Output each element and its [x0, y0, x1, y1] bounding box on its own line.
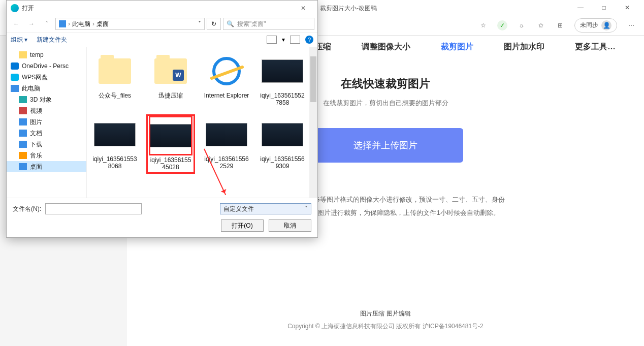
file-item[interactable]: iqiyi_1635615538068: [92, 116, 138, 172]
file-label: iqiyi_1635615545028: [149, 156, 192, 171]
file-label: iqiyi_1635615538068: [92, 155, 138, 170]
view-icon[interactable]: [267, 36, 277, 44]
folder-icon: [19, 107, 27, 114]
dialog-nav-row: ← → ˄ › 此电脑 › 桌面 ˅ ↻ 🔍 搜索"桌面": [7, 16, 317, 32]
upload-button[interactable]: 选择并上传图片: [308, 128, 463, 163]
dialog-close-button[interactable]: ✕: [293, 1, 313, 15]
refresh-button[interactable]: ↻: [207, 18, 221, 30]
file-item[interactable]: 公众号_files: [92, 52, 138, 107]
tree-label: 图片: [30, 118, 42, 127]
file-item[interactable]: 迅捷压缩: [148, 52, 194, 107]
scrollbar[interactable]: [309, 47, 317, 198]
tree-item[interactable]: 图片: [7, 116, 86, 128]
file-thumbnail: [94, 116, 136, 153]
file-thumbnail: [262, 116, 303, 153]
file-item[interactable]: iqiyi_1635615545028: [148, 116, 194, 172]
file-label: 公众号_files: [92, 92, 138, 99]
tree-label: 文档: [30, 129, 42, 138]
file-open-dialog: 打开 ✕ ← → ˄ › 此电脑 › 桌面 ˅ ↻ 🔍 搜索"桌面" 组织 ▾ …: [6, 0, 318, 238]
sun-icon[interactable]: ☼: [517, 20, 527, 30]
open-button[interactable]: 打开(O): [221, 219, 264, 232]
up-button[interactable]: ˄: [40, 17, 53, 30]
file-thumbnail: [262, 52, 303, 90]
forward-button[interactable]: →: [25, 17, 38, 30]
collections-icon[interactable]: ⊞: [555, 20, 565, 30]
page-footer: 图片压缩 图片编辑 Copyright © 上海砺捷信息科技有限公司 版权所有 …: [127, 309, 644, 331]
file-label: Internet Explorer: [204, 92, 249, 99]
nav-item-3[interactable]: 图片加水印: [504, 42, 544, 52]
nav-item-1[interactable]: 调整图像大小: [362, 42, 410, 52]
favorites-bar-icon[interactable]: ✩: [536, 20, 546, 30]
back-button[interactable]: ←: [10, 17, 23, 30]
file-item[interactable]: Internet Explorer: [204, 52, 249, 107]
file-item[interactable]: iqiyi_1635615527858: [260, 52, 305, 107]
tree-label: 下载: [30, 140, 42, 149]
breadcrumb[interactable]: › 此电脑 › 桌面 ˅: [55, 18, 205, 30]
nav-item-2[interactable]: 裁剪图片: [441, 42, 473, 52]
file-label: iqiyi_1635615527858: [260, 92, 305, 107]
sync-label: 未同步: [580, 21, 598, 29]
tree-item[interactable]: temp: [7, 49, 86, 60]
file-thumbnail: [206, 52, 247, 90]
tree-item[interactable]: 文档: [7, 128, 86, 139]
minimize-button[interactable]: —: [569, 0, 592, 15]
filetype-select[interactable]: 自定义文件˅: [220, 203, 311, 214]
tree-label: 桌面: [30, 163, 42, 171]
file-thumbnail: [206, 116, 247, 153]
file-grid-row2: iqiyi_1635615538068iqiyi_1635615545028iq…: [92, 116, 312, 172]
folder-icon: [11, 85, 19, 92]
tree-item[interactable]: 视频: [7, 105, 86, 116]
folder-icon: [19, 118, 27, 125]
dialog-title: 打开: [22, 4, 34, 13]
folder-tree: tempOneDrive - PerscWPS网盘此电脑3D 对象视频图片文档下…: [7, 47, 87, 198]
tree-label: 音乐: [30, 151, 42, 160]
copyright: Copyright © 上海砺捷信息科技有限公司 版权所有 沪ICP备19046…: [127, 322, 644, 331]
tree-item[interactable]: 3D 对象: [7, 94, 86, 105]
close-button[interactable]: ✕: [616, 0, 639, 15]
more-icon[interactable]: ⋯: [626, 20, 636, 30]
view-dropdown-icon[interactable]: ▾: [282, 36, 285, 43]
folder-icon: [19, 141, 27, 148]
folder-icon: [19, 51, 27, 58]
folder-icon: [19, 163, 27, 170]
file-grid-row1: 公众号_files迅捷压缩Internet Exploreriqiyi_1635…: [92, 52, 312, 107]
file-label: iqiyi_1635615569309: [260, 155, 305, 170]
file-label: 迅捷压缩: [148, 92, 194, 99]
chevron-down-icon[interactable]: ˅: [198, 20, 201, 27]
preview-icon[interactable]: [290, 36, 300, 44]
sync-button[interactable]: 未同步 👤: [574, 18, 617, 33]
new-folder-button[interactable]: 新建文件夹: [37, 36, 67, 44]
search-input[interactable]: 🔍 搜索"桌面": [223, 18, 314, 30]
tree-label: OneDrive - Persc: [22, 62, 69, 70]
search-icon: 🔍: [227, 20, 234, 27]
favorite-icon[interactable]: ☆: [478, 20, 488, 30]
tree-item[interactable]: 此电脑: [7, 83, 86, 94]
maximize-button[interactable]: □: [592, 0, 616, 15]
tree-item[interactable]: WPS网盘: [7, 72, 86, 83]
organize-menu[interactable]: 组织 ▾: [11, 36, 27, 44]
file-pane: 公众号_files迅捷压缩Internet Exploreriqiyi_1635…: [87, 47, 317, 198]
dialog-toolbar: 组织 ▾ 新建文件夹 ▾ ?: [7, 32, 317, 47]
tree-item[interactable]: 下载: [7, 139, 86, 150]
breadcrumb-pc[interactable]: 此电脑: [72, 20, 90, 28]
edge-icon: [11, 4, 19, 12]
tree-label: 视频: [30, 107, 42, 115]
shield-icon[interactable]: ✓: [497, 20, 507, 30]
tree-label: 此电脑: [22, 84, 40, 93]
tree-item[interactable]: 音乐: [7, 150, 86, 161]
footer-links[interactable]: 图片压缩 图片编辑: [127, 309, 644, 318]
help-icon[interactable]: ?: [305, 36, 313, 44]
tree-item[interactable]: 桌面: [7, 161, 86, 172]
filename-input[interactable]: [45, 203, 142, 214]
tree-label: temp: [30, 51, 44, 58]
file-item[interactable]: iqiyi_1635615569309: [260, 116, 305, 172]
folder-icon: [19, 96, 27, 103]
breadcrumb-desktop[interactable]: 桌面: [96, 20, 109, 28]
cancel-button[interactable]: 取消: [269, 219, 311, 232]
tree-label: WPS网盘: [22, 73, 48, 82]
nav-item-4[interactable]: 更多工具…: [575, 42, 616, 52]
file-thumbnail: [150, 52, 191, 90]
dialog-footer: 文件名(N): 自定义文件˅ 打开(O) 取消: [7, 198, 317, 237]
folder-icon: [11, 74, 19, 81]
tree-item[interactable]: OneDrive - Persc: [7, 60, 86, 72]
